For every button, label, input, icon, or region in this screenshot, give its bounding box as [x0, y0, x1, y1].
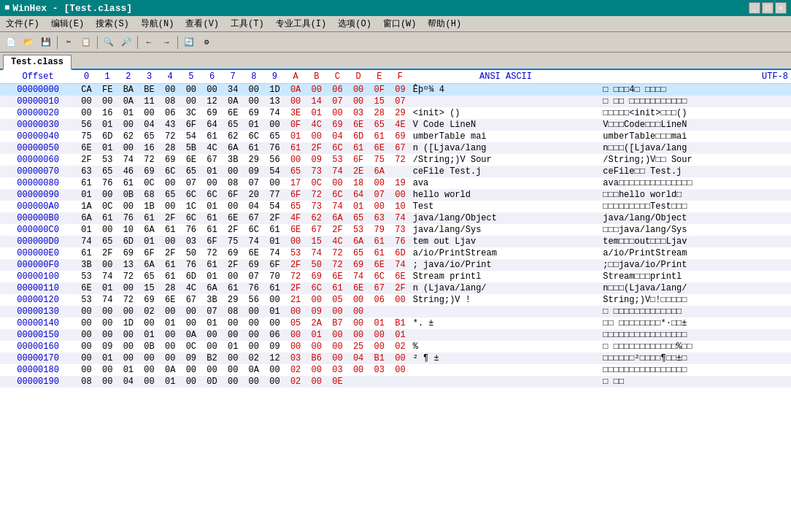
hex-cell[interactable]: 62: [306, 212, 327, 224]
hex-cell[interactable]: 09: [181, 352, 202, 364]
hex-cell[interactable]: 29: [243, 154, 264, 166]
table-row[interactable]: 000000C00100106A6176612F6C616E672F537973…: [0, 224, 791, 236]
hex-cell[interactable]: 07: [181, 177, 202, 189]
hex-cell[interactable]: 00: [306, 364, 327, 376]
hex-cell[interactable]: 50: [306, 259, 327, 271]
hex-cell[interactable]: 2F: [223, 224, 244, 236]
hex-cell[interactable]: 25: [348, 341, 369, 352]
hex-cell[interactable]: 00: [348, 294, 369, 306]
hex-cell[interactable]: 01: [201, 166, 223, 177]
hex-cell[interactable]: 34: [223, 84, 244, 96]
hex-cell[interactable]: 00: [76, 306, 97, 317]
hex-cell[interactable]: 00: [97, 306, 118, 317]
hex-cell[interactable]: 74: [327, 201, 348, 212]
hex-cell[interactable]: 15: [139, 282, 160, 294]
hex-cell[interactable]: 04: [348, 352, 369, 364]
hex-cell[interactable]: 6F: [223, 189, 244, 201]
table-row[interactable]: 000001900800040001000D00000002000E □ □□: [0, 376, 791, 388]
hex-cell[interactable]: 6C: [243, 224, 264, 236]
hex-cell[interactable]: 6A: [348, 236, 369, 247]
menu-item-帮助H[interactable]: 帮助(H): [422, 16, 467, 31]
hex-cell[interactable]: 69: [139, 166, 160, 177]
hex-cell[interactable]: 53: [285, 247, 306, 259]
hex-cell[interactable]: 72: [390, 154, 411, 166]
hex-cell[interactable]: 00: [160, 177, 181, 189]
hex-cell[interactable]: 00: [264, 317, 285, 329]
hex-cell[interactable]: 02: [139, 306, 160, 317]
hex-cell[interactable]: 00: [118, 282, 139, 294]
menu-item-专业工具I[interactable]: 专业工具(I): [270, 16, 333, 31]
hex-cell[interactable]: 02: [390, 341, 411, 352]
hex-cell[interactable]: 09: [306, 154, 327, 166]
hex-cell[interactable]: 01: [306, 329, 327, 341]
hex-cell[interactable]: 6C: [181, 212, 202, 224]
hex-cell[interactable]: 4C: [181, 282, 202, 294]
hex-cell[interactable]: 67: [243, 212, 264, 224]
hex-cell[interactable]: 00: [97, 364, 118, 376]
hex-cell[interactable]: 00: [118, 306, 139, 317]
hex-cell[interactable]: 69: [243, 107, 264, 119]
hex-cell[interactable]: 6A: [139, 224, 160, 236]
hex-cell[interactable]: 01: [223, 341, 244, 352]
hex-cell[interactable]: 01: [264, 236, 285, 247]
hex-cell[interactable]: 01: [306, 107, 327, 119]
hex-cell[interactable]: 4F: [285, 212, 306, 224]
hex-cell[interactable]: 00: [118, 142, 139, 154]
hex-cell[interactable]: 53: [97, 154, 118, 166]
hex-cell[interactable]: 14: [306, 96, 327, 107]
hex-cell[interactable]: 65: [285, 166, 306, 177]
hex-cell[interactable]: 72: [118, 271, 139, 282]
hex-cell[interactable]: 69: [390, 131, 411, 142]
hex-cell[interactable]: 00: [223, 329, 244, 341]
hex-cell[interactable]: 61: [201, 212, 223, 224]
hex-cell[interactable]: 00: [223, 376, 244, 388]
hex-cell[interactable]: 74: [327, 166, 348, 177]
hex-cell[interactable]: 00: [243, 317, 264, 329]
hex-cell[interactable]: 0B: [139, 341, 160, 352]
hex-cell[interactable]: 13: [264, 96, 285, 107]
hex-cell[interactable]: 00: [76, 107, 97, 119]
minimize-button[interactable]: _: [749, 2, 760, 14]
hex-cell[interactable]: 00: [285, 154, 306, 166]
toolbar-btn-1[interactable]: 📂: [20, 34, 36, 50]
hex-cell[interactable]: 67: [306, 224, 327, 236]
hex-cell[interactable]: 28: [160, 282, 181, 294]
hex-cell[interactable]: FE: [97, 84, 118, 96]
hex-cell[interactable]: 6D: [181, 271, 202, 282]
hex-cell[interactable]: 72: [160, 131, 181, 142]
hex-cell[interactable]: 53: [327, 154, 348, 166]
hex-cell[interactable]: 00: [348, 306, 369, 317]
hex-cell[interactable]: 00: [139, 107, 160, 119]
hex-cell[interactable]: 00: [76, 341, 97, 352]
hex-cell[interactable]: 00: [390, 294, 411, 306]
hex-cell[interactable]: 00: [97, 259, 118, 271]
table-row[interactable]: 000000F03B00136A6176612F696F2F5072696E74…: [0, 259, 791, 271]
hex-cell[interactable]: BA: [118, 84, 139, 96]
hex-cell[interactable]: 01: [264, 306, 285, 317]
hex-cell[interactable]: 61: [369, 131, 390, 142]
hex-cell[interactable]: 00: [243, 96, 264, 107]
hex-cell[interactable]: 08: [223, 177, 244, 189]
hex-cell[interactable]: 00: [369, 177, 390, 189]
hex-cell[interactable]: 6F: [181, 119, 202, 131]
hex-cell[interactable]: 12: [201, 96, 223, 107]
hex-cell[interactable]: 00: [97, 189, 118, 201]
hex-cell[interactable]: 6D: [118, 236, 139, 247]
table-row[interactable]: 0000015000000001000A00000006000100000001…: [0, 329, 791, 341]
hex-cell[interactable]: B1: [369, 352, 390, 364]
hex-cell[interactable]: 6D: [390, 247, 411, 259]
hex-cell[interactable]: 00: [160, 341, 181, 352]
hex-cell[interactable]: 76: [390, 236, 411, 247]
hex-cell[interactable]: 3E: [285, 107, 306, 119]
hex-cell[interactable]: 0C: [306, 177, 327, 189]
hex-cell[interactable]: 6F: [285, 189, 306, 201]
hex-cell[interactable]: 00: [201, 177, 223, 189]
hex-cell[interactable]: 00: [181, 84, 202, 96]
hex-cell[interactable]: 00: [160, 329, 181, 341]
hex-cell[interactable]: 6C: [369, 271, 390, 282]
hex-cell[interactable]: 6E: [76, 142, 97, 154]
hex-cell[interactable]: 2F: [160, 247, 181, 259]
hex-cell[interactable]: 00: [118, 341, 139, 352]
hex-cell[interactable]: 0C: [181, 341, 202, 352]
hex-cell[interactable]: 00: [390, 189, 411, 201]
